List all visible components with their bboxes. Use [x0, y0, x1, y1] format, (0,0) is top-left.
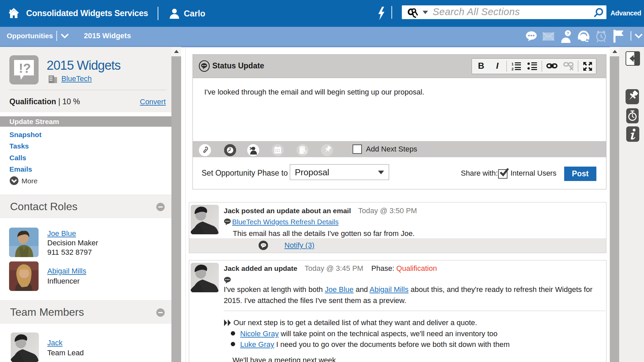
- svg-text:!?: !?: [19, 61, 31, 75]
- svg-text:?: ?: [567, 31, 569, 36]
- svg-text:1: 1: [512, 62, 514, 66]
- svg-text:2: 2: [512, 67, 514, 71]
